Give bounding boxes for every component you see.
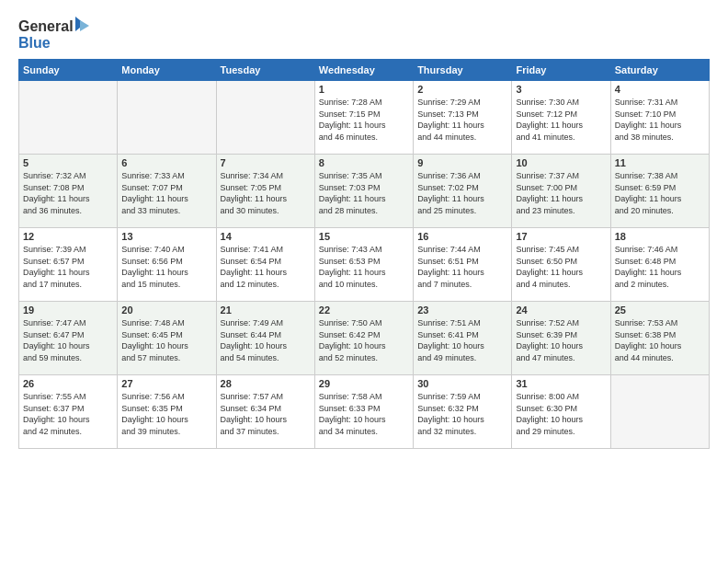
weekday-header-tuesday: Tuesday (216, 60, 314, 81)
calendar-empty-cell (118, 81, 216, 155)
day-number: 8 (319, 157, 409, 168)
day-info: Sunrise: 7:32 AM Sunset: 7:08 PM Dayligh… (23, 170, 113, 216)
calendar-day-12: 12Sunrise: 7:39 AM Sunset: 6:57 PM Dayli… (19, 228, 118, 302)
weekday-header-sunday: Sunday (19, 60, 118, 81)
calendar-day-6: 6Sunrise: 7:33 AM Sunset: 7:07 PM Daylig… (118, 155, 216, 228)
calendar-week-row: 12Sunrise: 7:39 AM Sunset: 6:57 PM Dayli… (19, 228, 710, 302)
day-info: Sunrise: 7:45 AM Sunset: 6:50 PM Dayligh… (516, 244, 606, 290)
day-info: Sunrise: 7:30 AM Sunset: 7:12 PM Dayligh… (516, 97, 606, 143)
day-number: 7 (221, 157, 311, 168)
day-info: Sunrise: 7:59 AM Sunset: 6:32 PM Dayligh… (417, 391, 507, 437)
day-number: 12 (23, 231, 113, 242)
calendar-day-17: 17Sunrise: 7:45 AM Sunset: 6:50 PM Dayli… (512, 228, 610, 302)
svg-text:Blue: Blue (18, 35, 51, 51)
calendar-day-30: 30Sunrise: 7:59 AM Sunset: 6:32 PM Dayli… (414, 375, 512, 449)
calendar-empty-cell (216, 81, 314, 155)
day-number: 1 (319, 84, 409, 95)
day-number: 13 (121, 231, 211, 242)
day-number: 9 (417, 157, 507, 168)
weekday-header-thursday: Thursday (414, 60, 512, 81)
day-info: Sunrise: 7:51 AM Sunset: 6:41 PM Dayligh… (417, 317, 507, 363)
day-info: Sunrise: 7:37 AM Sunset: 7:00 PM Dayligh… (516, 170, 606, 216)
calendar-day-13: 13Sunrise: 7:40 AM Sunset: 6:56 PM Dayli… (118, 228, 216, 302)
calendar-day-1: 1Sunrise: 7:28 AM Sunset: 7:15 PM Daylig… (314, 81, 413, 155)
day-number: 16 (417, 231, 507, 242)
day-number: 26 (23, 378, 113, 389)
day-number: 3 (516, 84, 606, 95)
weekday-header-monday: Monday (118, 60, 216, 81)
svg-marker-3 (80, 20, 89, 31)
day-info: Sunrise: 7:43 AM Sunset: 6:53 PM Dayligh… (319, 244, 409, 290)
calendar-day-26: 26Sunrise: 7:55 AM Sunset: 6:37 PM Dayli… (19, 375, 118, 449)
calendar-day-8: 8Sunrise: 7:35 AM Sunset: 7:03 PM Daylig… (314, 155, 413, 228)
calendar-week-row: 26Sunrise: 7:55 AM Sunset: 6:37 PM Dayli… (19, 375, 710, 449)
day-info: Sunrise: 7:57 AM Sunset: 6:34 PM Dayligh… (221, 391, 311, 437)
day-info: Sunrise: 7:29 AM Sunset: 7:13 PM Dayligh… (417, 97, 507, 143)
day-number: 28 (221, 378, 311, 389)
day-info: Sunrise: 7:49 AM Sunset: 6:44 PM Dayligh… (221, 317, 311, 363)
day-number: 15 (319, 231, 409, 242)
page-header: GeneralBlue (18, 15, 710, 52)
day-info: Sunrise: 7:41 AM Sunset: 6:54 PM Dayligh… (221, 244, 311, 290)
calendar-day-4: 4Sunrise: 7:31 AM Sunset: 7:10 PM Daylig… (610, 81, 709, 155)
calendar-week-row: 1Sunrise: 7:28 AM Sunset: 7:15 PM Daylig… (19, 81, 710, 155)
calendar-day-21: 21Sunrise: 7:49 AM Sunset: 6:44 PM Dayli… (216, 302, 314, 375)
calendar-day-31: 31Sunrise: 8:00 AM Sunset: 6:30 PM Dayli… (512, 375, 610, 449)
day-number: 4 (615, 84, 705, 95)
day-number: 31 (516, 378, 606, 389)
day-number: 21 (221, 304, 311, 316)
calendar-week-row: 19Sunrise: 7:47 AM Sunset: 6:47 PM Dayli… (19, 302, 710, 375)
calendar-day-19: 19Sunrise: 7:47 AM Sunset: 6:47 PM Dayli… (19, 302, 118, 375)
calendar-week-row: 5Sunrise: 7:32 AM Sunset: 7:08 PM Daylig… (19, 155, 710, 228)
day-number: 20 (121, 304, 211, 316)
calendar-day-18: 18Sunrise: 7:46 AM Sunset: 6:48 PM Dayli… (610, 228, 709, 302)
day-number: 14 (221, 231, 311, 242)
day-number: 6 (121, 157, 211, 168)
day-number: 23 (417, 304, 507, 316)
day-number: 10 (516, 157, 606, 168)
calendar-day-10: 10Sunrise: 7:37 AM Sunset: 7:00 PM Dayli… (512, 155, 610, 228)
day-info: Sunrise: 7:46 AM Sunset: 6:48 PM Dayligh… (615, 244, 705, 290)
svg-text:General: General (18, 18, 74, 34)
day-info: Sunrise: 7:39 AM Sunset: 6:57 PM Dayligh… (23, 244, 113, 290)
day-number: 2 (417, 84, 507, 95)
logo: GeneralBlue (18, 15, 92, 52)
day-info: Sunrise: 7:58 AM Sunset: 6:33 PM Dayligh… (319, 391, 409, 437)
calendar-day-22: 22Sunrise: 7:50 AM Sunset: 6:42 PM Dayli… (314, 302, 413, 375)
day-info: Sunrise: 7:38 AM Sunset: 6:59 PM Dayligh… (615, 170, 705, 216)
calendar-day-23: 23Sunrise: 7:51 AM Sunset: 6:41 PM Dayli… (414, 302, 512, 375)
day-info: Sunrise: 8:00 AM Sunset: 6:30 PM Dayligh… (516, 391, 606, 437)
day-info: Sunrise: 7:34 AM Sunset: 7:05 PM Dayligh… (221, 170, 311, 216)
calendar-day-20: 20Sunrise: 7:48 AM Sunset: 6:45 PM Dayli… (118, 302, 216, 375)
day-number: 27 (121, 378, 211, 389)
day-number: 30 (417, 378, 507, 389)
day-info: Sunrise: 7:31 AM Sunset: 7:10 PM Dayligh… (615, 97, 705, 143)
calendar-empty-cell (19, 81, 118, 155)
calendar-day-16: 16Sunrise: 7:44 AM Sunset: 6:51 PM Dayli… (414, 228, 512, 302)
day-number: 11 (615, 157, 705, 168)
day-info: Sunrise: 7:33 AM Sunset: 7:07 PM Dayligh… (121, 170, 211, 216)
day-info: Sunrise: 7:52 AM Sunset: 6:39 PM Dayligh… (516, 317, 606, 363)
calendar-day-25: 25Sunrise: 7:53 AM Sunset: 6:38 PM Dayli… (610, 302, 709, 375)
day-number: 18 (615, 231, 705, 242)
calendar-day-27: 27Sunrise: 7:56 AM Sunset: 6:35 PM Dayli… (118, 375, 216, 449)
day-number: 17 (516, 231, 606, 242)
day-info: Sunrise: 7:35 AM Sunset: 7:03 PM Dayligh… (319, 170, 409, 216)
day-number: 24 (516, 304, 606, 316)
calendar-day-15: 15Sunrise: 7:43 AM Sunset: 6:53 PM Dayli… (314, 228, 413, 302)
day-number: 25 (615, 304, 705, 316)
calendar-day-3: 3Sunrise: 7:30 AM Sunset: 7:12 PM Daylig… (512, 81, 610, 155)
weekday-header-saturday: Saturday (610, 60, 709, 81)
calendar-day-5: 5Sunrise: 7:32 AM Sunset: 7:08 PM Daylig… (19, 155, 118, 228)
calendar-day-29: 29Sunrise: 7:58 AM Sunset: 6:33 PM Dayli… (314, 375, 413, 449)
weekday-header-row: SundayMondayTuesdayWednesdayThursdayFrid… (19, 60, 710, 81)
day-info: Sunrise: 7:56 AM Sunset: 6:35 PM Dayligh… (121, 391, 211, 437)
weekday-header-wednesday: Wednesday (314, 60, 413, 81)
calendar-day-11: 11Sunrise: 7:38 AM Sunset: 6:59 PM Dayli… (610, 155, 709, 228)
calendar-day-24: 24Sunrise: 7:52 AM Sunset: 6:39 PM Dayli… (512, 302, 610, 375)
day-info: Sunrise: 7:28 AM Sunset: 7:15 PM Dayligh… (319, 97, 409, 143)
day-info: Sunrise: 7:50 AM Sunset: 6:42 PM Dayligh… (319, 317, 409, 363)
day-info: Sunrise: 7:44 AM Sunset: 6:51 PM Dayligh… (417, 244, 507, 290)
day-info: Sunrise: 7:53 AM Sunset: 6:38 PM Dayligh… (615, 317, 705, 363)
logo-svg: GeneralBlue (18, 15, 92, 52)
